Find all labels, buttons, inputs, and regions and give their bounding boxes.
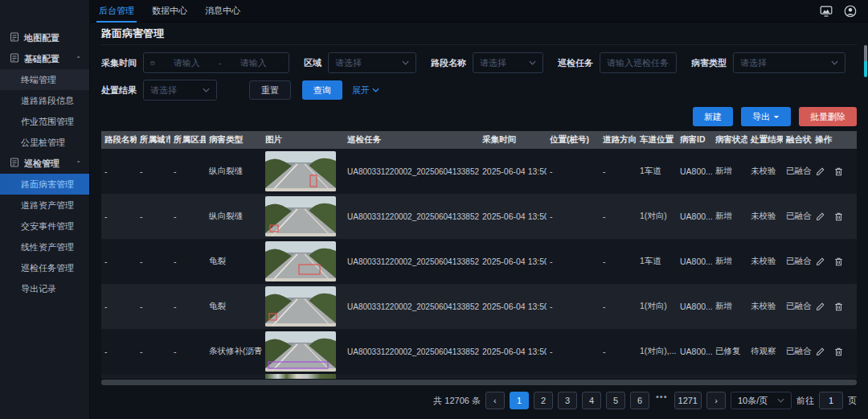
export-label: 导出 (752, 111, 770, 123)
page-button-1[interactable]: 1 (510, 392, 529, 409)
screen-icon[interactable] (820, 6, 833, 17)
cell-time: 2025-06-04 13:50 (479, 347, 547, 356)
edit-icon[interactable] (815, 257, 825, 267)
sidebar-item-2[interactable]: 终端管理 (0, 69, 89, 90)
page-buttons: 123456•••1271 (510, 392, 702, 409)
filter-label: 路段名称 (431, 57, 466, 69)
cell-result: 待观察 (747, 346, 783, 357)
road-photo-thumbnail[interactable] (265, 286, 336, 327)
page-button-3[interactable]: 3 (558, 392, 577, 409)
delete-icon[interactable] (833, 212, 844, 222)
delete-icon[interactable] (833, 257, 844, 267)
sidebar-item-3[interactable]: 道路路段信息 (0, 90, 89, 111)
chevron-down-icon (777, 398, 784, 403)
page-button-1271[interactable]: 1271 (674, 392, 702, 409)
reset-button[interactable]: 重置 (249, 80, 291, 100)
chevron-up-icon: ⌃ (76, 160, 81, 167)
cell-city: - (137, 257, 170, 266)
cell-county: - (170, 257, 206, 266)
cell-fusion: 已融合 (783, 301, 812, 312)
cell-disease_id: UA800... (677, 302, 712, 311)
delete-icon[interactable] (833, 166, 844, 177)
edit-icon[interactable] (815, 212, 825, 222)
cell-time: 2025-06-04 13:50 (479, 257, 547, 266)
search-button[interactable]: 查询 (302, 80, 342, 100)
filter-row-2: 处置结果请选择 重置 查询 展开 (101, 80, 857, 101)
road-photo-thumbnail[interactable] (265, 241, 336, 281)
filter-select-1-1[interactable]: 请选择 (328, 52, 416, 73)
filter-select-2-0[interactable]: 请选择 (143, 80, 217, 101)
sidebar-item-11[interactable]: 巡检任务管理 (0, 257, 89, 278)
edit-icon[interactable] (815, 347, 825, 357)
sidebar-item-8[interactable]: 道路资产管理 (0, 195, 89, 216)
filter-input-1-3[interactable] (607, 58, 669, 68)
page-size-select[interactable]: 10条/页 (731, 392, 792, 409)
cell-direction: - (600, 302, 637, 311)
cell-lane: 1车道 (637, 166, 677, 177)
page-button-5[interactable]: 5 (606, 392, 625, 409)
cell-disease_type: 纵向裂缝 (206, 166, 262, 177)
expand-link[interactable]: 展开 (352, 84, 379, 97)
date-start-input[interactable] (158, 58, 215, 68)
edit-icon[interactable] (815, 166, 825, 177)
vertical-scrollbar[interactable] (864, 45, 867, 77)
page-button-2[interactable]: 2 (534, 392, 553, 409)
sidebar-item-label: 交安事件管理 (21, 220, 74, 232)
topbar-tab-0[interactable]: 后台管理 (90, 0, 143, 23)
goto-page-input[interactable] (819, 392, 843, 409)
sidebar-item-label: 地图配置 (24, 32, 59, 44)
table-row: ---纵向裂缝 UA800331220002_20250604133852059… (101, 194, 857, 239)
topbar-tab-1[interactable]: 数据中心 (143, 0, 196, 23)
cell-road_name: - (101, 212, 137, 221)
sidebar-item-label: 线性资产管理 (21, 241, 74, 253)
prev-page-button[interactable]: ‹ (485, 392, 505, 409)
topbar-right (820, 5, 868, 18)
user-avatar-icon[interactable] (844, 5, 857, 18)
filter-label: 采集时间 (101, 57, 137, 69)
create-button[interactable]: 新建 (693, 107, 733, 126)
sidebar-item-5[interactable]: 公里桩管理 (0, 132, 89, 153)
road-photo-thumbnail[interactable] (265, 151, 336, 191)
sidebar-item-4[interactable]: 作业范围管理 (0, 111, 89, 132)
page-button-6[interactable]: 6 (630, 392, 649, 409)
filter-panel: 采集时间-区域请选择路段名称请选择巡检任务病害类型请选择 处置结果请选择 重置 … (101, 52, 857, 101)
export-button[interactable]: 导出 (741, 107, 791, 126)
date-end-input[interactable] (225, 58, 282, 68)
batch-delete-button[interactable]: 批量删除 (799, 107, 857, 126)
road-photo-thumbnail[interactable] (265, 196, 336, 236)
cell-road_name: - (101, 347, 137, 356)
horizontal-scrollbar[interactable] (101, 380, 857, 385)
table-header: 路段名称所属城市所属区县病害类型图片巡检任务采集时间位置(桩号)道路方向车道位置… (101, 131, 857, 149)
sidebar-item-9[interactable]: 交安事件管理 (0, 216, 89, 236)
chevron-down-icon (203, 88, 210, 92)
sidebar-item-1[interactable]: 基础配置⌃ (0, 48, 89, 69)
date-range-picker[interactable]: - (143, 52, 289, 73)
caret-down-icon (773, 115, 780, 119)
filter-select-1-2[interactable]: 请选择 (473, 52, 543, 73)
sidebar-item-0[interactable]: 地图配置 (0, 27, 89, 48)
sidebar-item-10[interactable]: 线性资产管理 (0, 236, 89, 257)
sidebar-item-12[interactable]: 导出记录 (0, 278, 89, 299)
cell-result: 未校验 (747, 256, 783, 267)
sidebar-item-6[interactable]: 巡检管理⌃ (0, 153, 89, 174)
delete-icon[interactable] (833, 302, 844, 312)
expand-label: 展开 (352, 84, 370, 97)
next-page-button[interactable]: › (706, 392, 726, 409)
page-button-4[interactable]: 4 (582, 392, 601, 409)
sidebar-item-label: 道路资产管理 (21, 199, 74, 212)
sidebar-item-7[interactable]: 路面病害管理 (0, 174, 89, 195)
edit-icon[interactable] (815, 302, 825, 312)
topbar-tab-2[interactable]: 消息中心 (196, 0, 249, 23)
column-header: 位置(桩号) (547, 134, 600, 146)
sidebar-item-label: 导出记录 (21, 283, 56, 295)
cell-position: - (547, 212, 600, 221)
cell-task: UA800331220002_20250604133852059 (344, 302, 479, 311)
filter-select-1-4[interactable]: 请选择 (733, 52, 845, 73)
road-photo-thumbnail[interactable] (265, 331, 336, 372)
cell-task: UA800331220002_20250604133852059 (344, 257, 479, 266)
delete-icon[interactable] (833, 347, 844, 357)
cell-fusion: 已融合 (783, 211, 812, 222)
cell-operations (812, 347, 857, 357)
cell-position: - (547, 302, 600, 311)
cell-disease_id: UA800... (677, 257, 712, 266)
